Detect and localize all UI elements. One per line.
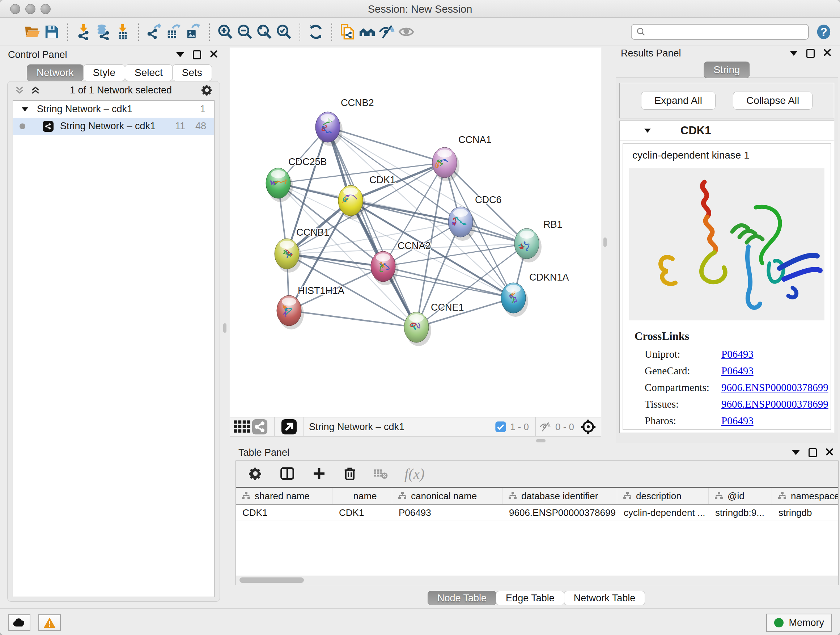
- network-canvas[interactable]: CCNB2CCNA1CDC25BCDK1CDC6RB1CCNB1CCNA2CDK…: [230, 47, 601, 417]
- expand-all-icon[interactable]: [30, 85, 41, 96]
- open-session-button[interactable]: [22, 22, 42, 42]
- collection-expander-icon[interactable]: [22, 107, 28, 111]
- horizontal-scrollbar[interactable]: [236, 576, 838, 585]
- network-node-cdc25b[interactable]: CDC25B: [266, 157, 327, 202]
- float-menu-icon[interactable]: [792, 450, 800, 455]
- network-row-selected[interactable]: String Network – cdk1 11 48: [13, 118, 214, 135]
- network-node-ccnb1[interactable]: CCNB1: [275, 227, 330, 272]
- help-button[interactable]: ?: [814, 22, 834, 42]
- show-columns-icon[interactable]: [279, 466, 295, 481]
- network-edge[interactable]: [383, 266, 513, 298]
- expand-all-button[interactable]: Expand All: [641, 92, 715, 110]
- column-header[interactable]: namespace: [772, 488, 838, 504]
- current-network-name: String Network – cdk1: [309, 421, 495, 432]
- tab-style[interactable]: Style: [83, 65, 125, 81]
- column-header[interactable]: name: [332, 488, 392, 504]
- column-header[interactable]: @id: [709, 488, 772, 504]
- refresh-button[interactable]: [306, 22, 325, 42]
- cloud-status-button[interactable]: [8, 614, 30, 631]
- network-node-cdkn1a[interactable]: CDKN1A: [501, 272, 569, 317]
- column-header[interactable]: shared name: [236, 488, 332, 504]
- network-node-ccna2[interactable]: CCNA2: [371, 241, 431, 285]
- birdseye-view-button[interactable]: [234, 417, 250, 437]
- collapse-all-icon[interactable]: [14, 85, 25, 96]
- import-table-button[interactable]: [113, 22, 133, 42]
- tab-sets[interactable]: Sets: [172, 65, 212, 81]
- network-edge[interactable]: [289, 310, 416, 327]
- left-splitter-handle[interactable]: [223, 323, 226, 333]
- selected-node-edge-counts: 1 - 0: [510, 421, 529, 432]
- column-header[interactable]: database identifier: [502, 488, 617, 504]
- network-edge[interactable]: [328, 127, 416, 327]
- search-input[interactable]: [646, 26, 804, 38]
- search-box[interactable]: [631, 24, 809, 40]
- close-panel-icon[interactable]: [210, 50, 218, 59]
- float-menu-icon[interactable]: [176, 52, 184, 57]
- network-edge[interactable]: [328, 127, 445, 163]
- home-button[interactable]: [357, 22, 377, 42]
- zoom-in-button[interactable]: [216, 22, 235, 42]
- gear-icon[interactable]: [201, 84, 213, 96]
- delete-column-icon[interactable]: [343, 466, 357, 481]
- column-header[interactable]: canonical name: [392, 488, 502, 504]
- float-menu-icon[interactable]: [790, 51, 798, 56]
- save-session-button[interactable]: [42, 22, 62, 42]
- delete-table-icon-disabled: [373, 467, 388, 480]
- network-node-cdk1[interactable]: CDK1: [338, 174, 395, 219]
- genecard-link[interactable]: P06493: [722, 365, 753, 377]
- float-panel-icon[interactable]: [193, 50, 201, 59]
- tissues-link[interactable]: 9606.ENSP00000378699: [722, 398, 829, 410]
- zoom-fit-button[interactable]: [255, 22, 274, 42]
- export-table-button[interactable]: [164, 22, 184, 42]
- network-node-hist1h1a[interactable]: HIST1H1A: [277, 285, 344, 329]
- zoom-selected-button[interactable]: [274, 22, 294, 42]
- export-image-button[interactable]: [184, 22, 203, 42]
- clone-network-button[interactable]: [338, 22, 357, 42]
- collapse-section-icon[interactable]: [644, 128, 651, 133]
- network-node-ccna1[interactable]: CCNA1: [432, 134, 492, 181]
- import-network-file-button[interactable]: [74, 22, 93, 42]
- network-collection-row[interactable]: String Network – cdk1 1: [13, 101, 214, 118]
- warning-status-button[interactable]: [38, 614, 61, 631]
- tab-select[interactable]: Select: [125, 65, 172, 81]
- right-splitter-handle[interactable]: [603, 238, 607, 247]
- export-network-button[interactable]: [145, 22, 164, 42]
- uniprot-link[interactable]: P06493: [722, 348, 753, 360]
- selected-checkbox-icon[interactable]: [495, 421, 507, 432]
- network-graph[interactable]: CCNB2CCNA1CDC25BCDK1CDC6RB1CCNB1CCNA2CDK…: [230, 48, 601, 417]
- scrollbar-thumb[interactable]: [240, 578, 304, 583]
- zoom-out-button[interactable]: [235, 22, 255, 42]
- clone-document-icon: [339, 24, 356, 40]
- compartments-link[interactable]: 9606.ENSP00000378699: [722, 382, 829, 394]
- gear-icon[interactable]: [248, 466, 263, 481]
- show-hide-panels-button[interactable]: [377, 22, 396, 42]
- network-share-button[interactable]: [250, 417, 269, 437]
- tab-node-table[interactable]: Node Table: [428, 591, 496, 605]
- column-header[interactable]: description: [617, 488, 709, 504]
- add-column-icon[interactable]: [312, 466, 326, 481]
- pharos-link[interactable]: P06493: [722, 415, 753, 427]
- tab-string[interactable]: String: [704, 62, 750, 78]
- svg-text:?: ?: [820, 25, 827, 38]
- network-edge[interactable]: [328, 127, 527, 244]
- memory-button[interactable]: Memory: [766, 614, 832, 632]
- collapse-all-button[interactable]: Collapse All: [733, 92, 813, 110]
- close-panel-icon[interactable]: [823, 49, 831, 58]
- zoom-out-icon: [237, 24, 253, 40]
- float-panel-icon[interactable]: [806, 49, 815, 58]
- close-panel-icon[interactable]: [826, 448, 834, 457]
- float-panel-icon[interactable]: [808, 448, 817, 457]
- bottom-splitter-handle[interactable]: [536, 439, 546, 442]
- tab-edge-table[interactable]: Edge Table: [496, 591, 564, 605]
- tab-network-table[interactable]: Network Table: [564, 591, 645, 605]
- search-icon: [636, 27, 646, 37]
- export-image-icon: [185, 24, 202, 40]
- fit-selected-button[interactable]: [578, 417, 599, 437]
- network-node-rb1[interactable]: RB1: [515, 219, 562, 263]
- open-in-new-window-button[interactable]: [279, 417, 298, 437]
- network-node-cdc6[interactable]: CDC6: [448, 195, 502, 241]
- network-node-ccne1[interactable]: CCNE1: [404, 302, 464, 346]
- table-row[interactable]: CDK1 CDK1 P06493 9606.ENSP00000378699 cy…: [236, 505, 838, 521]
- import-network-database-button[interactable]: [93, 22, 113, 42]
- tab-network[interactable]: Network: [27, 65, 84, 81]
